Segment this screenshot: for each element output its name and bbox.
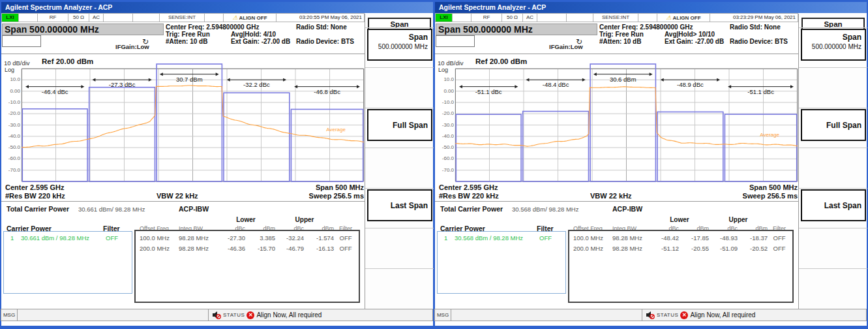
carrier-power-list: 1 30.568 dBm / 98.28 MHz OFF [437,231,566,294]
svg-text:-27.3 dBc: -27.3 dBc [109,81,136,88]
carrier-filter-value: OFF [539,234,561,242]
status-impedance: 50 Ω [501,13,523,22]
offset-cell: -51.09 [709,245,738,255]
divider [1,54,365,54]
status-cell-empty [566,13,593,22]
active-function-span-display[interactable]: Span 500.000000 MHz [2,24,164,35]
offset-cell: -18.37 [738,234,768,245]
status-bar: LXI RF 50 Ω AC SENSE:INT ALIGN OFF 03:23… [435,13,798,22]
window-titlebar[interactable]: Agilent Spectrum Analyzer - ACP [435,2,867,13]
softkey-last-span[interactable]: Last Span [367,189,432,221]
softkey-full-span[interactable]: Full Span [367,109,432,141]
y-axis-tick-label: -70.0 [436,167,454,173]
center-freq-footer: Center 2.595 GHz [5,183,64,191]
center-freq-readout: Center Freq: 2.594800000 GHz [599,24,693,31]
offset-cell: 98.28 MHz [179,245,217,255]
message-area [451,309,642,321]
speaker-mute-icon [646,311,655,319]
softkey-last-span[interactable]: Last Span [801,189,866,221]
y-axis-tick-label: -20.0 [3,110,20,116]
entry-field[interactable] [2,35,41,47]
y-axis-tick-label: -20.0 [436,110,454,116]
y-axis-tick-label: 10.0 [3,76,20,82]
status-cell-empty [537,13,567,22]
softkey-span-value: 500.000000 MHz [802,43,861,50]
status-cell-empty [452,13,471,22]
active-function-span-display[interactable]: Span 500.000000 MHz [436,24,597,35]
y-axis-tick-label: -60.0 [3,155,20,161]
total-carrier-power-value: 30.661 dBm/ 98.28 MHz [78,206,145,213]
speaker-mute-icon [212,311,221,319]
status-timestamp: 03:20:55 PM May 06, 2021 [276,13,365,22]
offset-rows: 100.0 MHz98.28 MHz-48.42-17.85-48.93-18.… [569,231,792,255]
softkey-slot-divider [365,228,434,228]
total-carrier-power-value: 30.568 dBm/ 98.28 MHz [512,206,578,213]
carrier-power-value: 30.568 dBm / 98.28 MHz [455,234,539,242]
center-freq-readout: Center Freq: 2.594800000 GHz [166,24,259,31]
softkey-slot-divider [799,228,867,228]
measurement-mode-label: ACP-IBW [179,205,209,213]
align-state-label: ALIGN OFF [672,15,700,21]
upper-group-header: Upper [290,216,320,223]
offset-cell: 200.0 MHz [140,245,179,255]
status-label: STATUS [657,312,678,318]
status-timestamp: 03:23:29 PM May 06, 2021 [710,13,798,22]
softkey-span[interactable]: Span 500.000000 MHz [367,29,432,61]
carrier-filter-value: OFF [106,234,128,242]
offset-cell: -17.85 [679,234,709,245]
res-bw-footer: #Res BW 220 kHz [5,192,65,200]
vbw-footer: VBW 22 kHz [590,192,632,200]
softkey-full-span-label: Full Span [368,121,428,130]
offset-table-row: 200.0 MHz98.28 MHz-46.36-15.70-46.79-16.… [136,245,359,255]
spectrum-chart: -51.1 dBc-48.4 dBc30.6 dBm-48.9 dBc-51.1… [455,69,798,181]
offset-cell: -16.13 [304,245,334,255]
offset-cell: -48.42 [650,234,679,245]
vbw-footer: VBW 22 kHz [157,192,198,200]
sweep-footer: Sweep 256.5 ms [683,192,798,200]
radio-std-readout: Radio Std: None [296,24,347,31]
window-title: Agilent Spectrum Analyzer - ACP [5,3,112,11]
softkey-span[interactable]: Span 500.000000 MHz [801,29,866,61]
span-footer: Span 500 MHz [683,183,798,191]
y-axis-tick-label: -10.0 [436,99,454,105]
radio-device-readout: Radio Device: BTS [730,38,788,45]
status-sense: SENSE:INT [159,13,205,22]
dual-analyzer-layout: Agilent Spectrum Analyzer - ACP LXI RF 5… [0,0,868,329]
trigger-readout: Trig: Free Run [599,31,644,38]
softkey-full-span[interactable]: Full Span [801,109,866,141]
analyzer-window: Agilent Spectrum Analyzer - ACP LXI RF 5… [1,2,433,326]
svg-text:-48.9 dBc: -48.9 dBc [677,81,704,88]
status-cell-empty [638,13,657,22]
offset-cell: 100.0 MHz [573,234,612,245]
circle-x-error-icon [680,311,688,319]
entry-field[interactable] [436,35,475,47]
log-scale-label: Log [438,67,448,73]
offset-cell: -46.36 [217,245,245,255]
y-axis-tick-label: -40.0 [436,133,454,139]
offset-table-row: 200.0 MHz98.28 MHz-51.12-20.55-51.09-20.… [569,245,792,255]
status-bar: LXI RF 50 Ω AC SENSE:INT ALIGN OFF 03:20… [1,13,365,22]
offset-cell: -46.79 [275,245,304,255]
warning-icon [666,15,672,21]
y-axis-tick-label: -30.0 [3,122,20,128]
offset-cell: -32.24 [275,234,304,245]
svg-text:30.7 dBm: 30.7 dBm [176,76,203,83]
softkey-slot-divider [799,148,867,148]
offset-results-table: 100.0 MHz98.28 MHz-27.303.385-32.24-1.57… [134,230,360,303]
offset-cell: -20.55 [679,245,709,255]
status-impedance: 50 Ω [68,13,89,22]
softkey-last-span-label: Last Span [802,201,861,210]
softkey-slot-divider [365,108,434,108]
avg-hold-readout: Avg|Hold: 4/10 [231,31,276,38]
y-axis-tick-label: 10.0 [436,76,454,82]
window-titlebar[interactable]: Agilent Spectrum Analyzer - ACP [1,2,433,13]
status-message-area: STATUS Align Now, All required [642,309,867,321]
align-required-message: Align Now, All required [690,311,755,319]
offset-cell: 98.28 MHz [612,234,650,245]
lxi-indicator: LXI [1,13,19,22]
analyzer-window: Agilent Spectrum Analyzer - ACP LXI RF 5… [435,2,867,326]
softkey-last-span-label: Last Span [368,201,428,210]
offset-cell: 98.28 MHz [179,234,217,245]
offset-table-row: 100.0 MHz98.28 MHz-48.42-17.85-48.93-18.… [569,234,792,245]
measurement-mode-label: ACP-IBW [612,205,642,213]
